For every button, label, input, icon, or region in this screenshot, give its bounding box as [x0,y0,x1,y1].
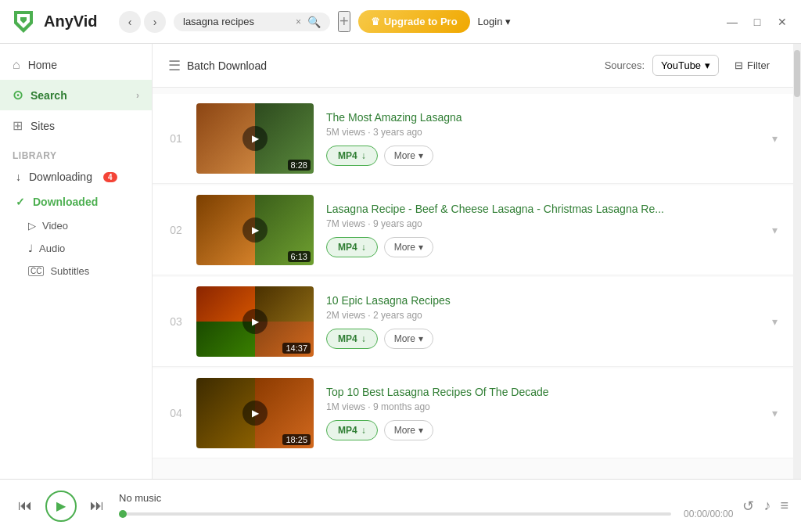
more-button[interactable]: More ▾ [384,329,433,349]
library-label: Library [0,141,152,164]
crown-icon: ♛ [371,16,380,27]
playlist-button[interactable]: ≡ [780,498,788,514]
views: 2M views [326,310,365,321]
mp4-button[interactable]: MP4 ↓ [326,146,378,166]
more-label: More [394,242,415,253]
app-name: AnyVid [44,13,98,31]
window-close-button[interactable]: ✕ [773,13,792,31]
sites-icon: ⊞ [13,118,23,133]
more-button[interactable]: More ▾ [384,146,433,166]
upgrade-button[interactable]: ♛ Upgrade to Pro [358,10,470,33]
progress-bar[interactable] [119,512,671,516]
item-collapse-icon[interactable]: ▾ [772,132,778,145]
video-actions: MP4 ↓ More ▾ [326,237,760,257]
video-actions: MP4 ↓ More ▾ [326,146,760,166]
more-button[interactable]: More ▾ [384,237,433,257]
next-track-button[interactable]: ⏭ [84,494,110,519]
batch-download-label: Batch Download [187,59,267,72]
downloaded-icon: ✓ [16,196,25,208]
duration-badge: 6:13 [288,251,311,262]
sidebar-item-search[interactable]: ⊙ Search › [0,80,152,110]
more-chevron-icon: ▾ [418,425,423,436]
batch-download-area[interactable]: ☰ Batch Download [168,57,267,74]
video-number: 01 [168,132,184,145]
download-icon: ↓ [361,150,366,161]
downloading-label: Downloading [29,171,92,183]
mp4-button[interactable]: MP4 ↓ [326,237,378,257]
more-label: More [394,333,415,344]
views: 5M views [326,127,365,138]
more-button[interactable]: More ▾ [384,420,433,440]
audio-icon: ♩ [28,243,33,254]
title-bar: AnyVid ‹ › lasagna recipes × 🔍 + ♛ Upgra… [0,0,801,44]
player-time: 00:00/00:00 [684,509,733,519]
video-meta: 2M views · 2 years ago [326,310,760,321]
item-collapse-icon[interactable]: ▾ [772,315,778,328]
login-button[interactable]: Login ▾ [478,16,512,27]
search-arrow-icon: › [136,90,139,101]
video-actions: MP4 ↓ More ▾ [326,329,760,349]
video-label: Video [42,220,68,232]
sidebar-item-home[interactable]: ⌂ Home [0,50,152,80]
minimize-button[interactable]: — [723,13,742,31]
table-row: 01 ▶ 8:28 The Most Amazing Lasagna 5M vi… [153,94,793,184]
sidebar-home-label: Home [28,59,57,71]
sidebar-item-subtitles[interactable]: CC Subtitles [0,260,152,282]
mp4-button[interactable]: MP4 ↓ [326,420,378,440]
video-meta: 1M views · 9 months ago [326,401,760,412]
video-info: Lasagna Recipe - Beef & Cheese Lasagna -… [326,203,760,257]
player-controls: ⏮ ▶ ⏭ [13,491,110,522]
video-thumbnail[interactable]: ▶ 18:25 [196,378,314,448]
filter-icon: ⊟ [735,59,743,71]
upgrade-label: Upgrade to Pro [384,16,458,27]
video-thumbnail[interactable]: ▶ 6:13 [196,195,314,265]
maximize-button[interactable]: □ [748,13,767,31]
back-button[interactable]: ‹ [119,11,141,33]
prev-track-button[interactable]: ⏮ [13,494,38,519]
source-value: YouTube [661,59,701,71]
video-thumbnail[interactable]: ▶ 8:28 [196,103,314,174]
item-collapse-icon[interactable]: ▾ [772,224,778,236]
sidebar-item-audio[interactable]: ♩ Audio [0,237,152,260]
more-label: More [394,150,415,161]
duration-badge: 8:28 [288,160,311,171]
sidebar-item-downloading[interactable]: ↓ Downloading 4 [0,164,152,189]
age: 9 months ago [373,401,430,412]
video-list: 01 ▶ 8:28 The Most Amazing Lasagna 5M vi… [153,88,793,479]
play-overlay-icon: ▶ [242,126,268,151]
logo-area: AnyVid [9,8,111,36]
filter-button[interactable]: ⊟ Filter [727,56,778,75]
play-pause-button[interactable]: ▶ [45,491,77,522]
table-row: 04 ▶ 18:25 Top 10 Best Lasagna Recipes O… [153,368,793,458]
video-meta: 7M views · 9 years ago [326,218,760,229]
main-layout: ⌂ Home ⊙ Search › ⊞ Sites Library ↓ Down… [0,44,801,479]
download-icon: ↓ [16,171,21,183]
sources-area: Sources: YouTube ▾ ⊟ Filter [605,55,778,76]
video-number: 04 [168,407,184,419]
video-info: Top 10 Best Lasagna Recipes Of The Decad… [326,386,760,440]
volume-button[interactable]: ♪ [763,498,770,514]
repeat-button[interactable]: ↺ [742,498,754,515]
add-tab-button[interactable]: + [338,11,350,32]
sidebar: ⌂ Home ⊙ Search › ⊞ Sites Library ↓ Down… [0,44,153,479]
sidebar-item-downloaded[interactable]: ✓ Downloaded [0,189,152,214]
tab-close-icon[interactable]: × [296,16,301,27]
source-select[interactable]: YouTube ▾ [652,55,719,76]
subtitles-label: Subtitles [50,265,89,277]
item-collapse-icon[interactable]: ▾ [772,407,778,419]
video-thumbnail[interactable]: ▶ 14:37 [196,286,314,357]
scrollbar-thumb[interactable] [794,50,800,97]
video-meta: 5M views · 3 years ago [326,127,760,138]
sidebar-item-sites[interactable]: ⊞ Sites [0,110,152,141]
forward-button[interactable]: › [144,11,166,33]
video-title: Top 10 Best Lasagna Recipes Of The Decad… [326,386,760,398]
content-area: ☰ Batch Download Sources: YouTube ▾ ⊟ Fi… [153,44,793,479]
table-row: 02 ▶ 6:13 Lasagna Recipe - Beef & Cheese… [153,185,793,275]
mp4-button[interactable]: MP4 ↓ [326,329,378,349]
sidebar-item-video[interactable]: ▷ Video [0,214,152,237]
tab-search-icon[interactable]: 🔍 [307,16,321,28]
views: 7M views [326,218,365,229]
scrollbar-track[interactable] [793,44,801,479]
downloaded-label: Downloaded [33,196,98,208]
more-label: More [394,425,415,436]
